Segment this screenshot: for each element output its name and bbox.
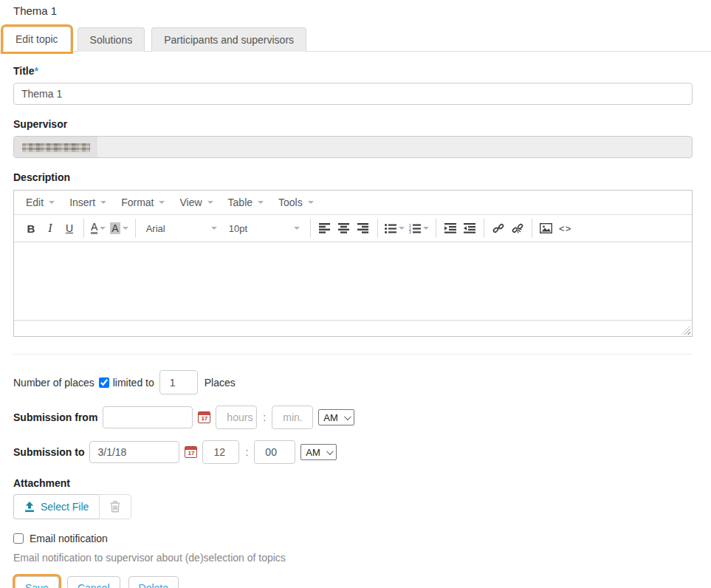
trash-icon <box>110 501 120 513</box>
chevron-down-icon <box>123 227 128 230</box>
submission-to-minutes-input[interactable] <box>254 440 295 464</box>
bold-button[interactable]: B <box>21 219 41 238</box>
email-notification-label: Email notification <box>30 533 108 544</box>
redaction-patch <box>14 137 97 157</box>
places-count-input[interactable] <box>159 370 198 394</box>
editor-toolbar: B I U A A Arial 10pt <box>14 215 692 242</box>
insert-link-icon[interactable] <box>489 219 508 238</box>
submission-from-hours-input[interactable] <box>216 406 257 429</box>
submission-to-row: Submission to 17 : AM <box>13 440 711 464</box>
chevron-down-icon <box>344 413 351 420</box>
save-button[interactable]: Save <box>15 576 59 588</box>
supervisor-label: Supervisor <box>13 118 693 130</box>
submission-from-minutes-input[interactable] <box>272 406 313 429</box>
outdent-icon[interactable] <box>460 219 479 238</box>
rich-text-editor: Edit Insert Format View Table Tools B I … <box>13 190 693 337</box>
limited-to-label: limited to <box>113 377 154 389</box>
menu-table[interactable]: Table <box>221 192 271 213</box>
email-notification-checkbox[interactable] <box>13 533 24 544</box>
action-buttons: Save Cancel Delete <box>15 576 711 588</box>
submission-to-label: Submission to <box>13 446 84 458</box>
chevron-down-icon <box>258 201 264 204</box>
chevron-down-icon <box>326 448 334 455</box>
italic-button[interactable]: I <box>41 219 60 238</box>
email-notification-row: Email notification <box>13 533 711 544</box>
submission-to-hours-input[interactable] <box>202 440 239 464</box>
remove-link-icon[interactable] <box>508 219 527 238</box>
description-label: Description <box>13 171 693 183</box>
numbered-list-button[interactable]: 123 <box>407 219 431 238</box>
editor-content-area[interactable] <box>14 242 692 320</box>
chevron-down-icon <box>207 201 213 204</box>
redacted-supervisor-name <box>22 143 90 152</box>
align-right-icon[interactable] <box>354 219 373 238</box>
attachment-label: Attachment <box>13 477 693 489</box>
submission-to-meridiem-select[interactable]: AM <box>300 444 337 460</box>
chevron-down-icon <box>100 227 106 230</box>
source-code-icon[interactable]: <> <box>556 219 575 238</box>
submission-to-date-input[interactable] <box>89 441 179 463</box>
time-separator: : <box>244 446 249 458</box>
places-suffix-label: Places <box>205 377 236 389</box>
tab-bar: Edit topic Solutions Participants and su… <box>0 27 711 52</box>
menu-insert[interactable]: Insert <box>62 192 114 213</box>
bullet-list-button[interactable] <box>382 219 407 238</box>
submission-from-date-input[interactable] <box>103 406 193 428</box>
section-divider <box>13 354 693 355</box>
upload-icon <box>24 502 35 513</box>
delete-button[interactable]: Delete <box>128 576 179 588</box>
chevron-down-icon <box>100 201 106 204</box>
supervisor-input-disabled <box>13 136 693 158</box>
chevron-down-icon <box>211 227 217 230</box>
font-size-select[interactable]: 10pt <box>223 219 306 238</box>
align-left-icon[interactable] <box>315 219 334 238</box>
submission-from-label: Submission from <box>13 411 97 423</box>
number-of-places-row: Number of places limited to Places <box>13 370 711 394</box>
menu-format[interactable]: Format <box>114 192 172 213</box>
chevron-down-icon <box>423 227 429 230</box>
menu-edit[interactable]: Edit <box>18 192 62 213</box>
submission-from-meridiem-select[interactable]: AM <box>318 409 354 425</box>
cancel-button[interactable]: Cancel <box>67 576 120 588</box>
title-input[interactable] <box>13 83 693 105</box>
calendar-icon[interactable]: 17 <box>185 446 197 458</box>
edit-topic-page: Thema 1 Edit topic Solutions Participant… <box>0 4 711 588</box>
chevron-down-icon <box>49 201 55 204</box>
chevron-down-icon <box>159 201 165 204</box>
editor-statusbar <box>14 320 692 336</box>
chevron-down-icon <box>294 227 300 230</box>
editor-menubar: Edit Insert Format View Table Tools <box>14 191 692 215</box>
chevron-down-icon <box>399 227 405 230</box>
menu-view[interactable]: View <box>172 192 220 213</box>
resize-handle[interactable] <box>681 326 690 335</box>
submission-from-row: Submission from 17 : AM <box>13 406 711 429</box>
email-notification-help-text: Email notification to supervisor about (… <box>13 552 711 564</box>
required-asterisk: * <box>35 65 38 77</box>
tab-solutions[interactable]: Solutions <box>78 27 145 52</box>
attachment-button-group: Select File <box>13 494 131 519</box>
title-label: Title* <box>13 65 693 77</box>
limited-checkbox[interactable] <box>99 377 109 388</box>
calendar-icon[interactable]: 17 <box>198 411 210 423</box>
number-of-places-label: Number of places <box>13 377 95 389</box>
indent-icon[interactable] <box>441 219 460 238</box>
text-color-button[interactable]: A <box>89 219 108 238</box>
underline-button[interactable]: U <box>60 219 79 238</box>
menu-tools[interactable]: Tools <box>271 192 321 213</box>
tab-edit-topic[interactable]: Edit topic <box>3 27 71 52</box>
svg-text:3: 3 <box>409 230 411 233</box>
select-file-button[interactable]: Select File <box>13 494 99 519</box>
background-color-button[interactable]: A <box>108 219 130 238</box>
chevron-down-icon <box>308 201 314 204</box>
time-separator: : <box>262 411 267 423</box>
tab-participants-and-supervisors[interactable]: Participants and supervisors <box>151 27 306 52</box>
insert-image-icon[interactable] <box>537 219 556 238</box>
font-family-select[interactable]: Arial <box>140 219 223 238</box>
delete-attachment-button-disabled <box>99 494 131 519</box>
page-title: Thema 1 <box>13 4 711 17</box>
align-center-icon[interactable] <box>334 219 354 238</box>
